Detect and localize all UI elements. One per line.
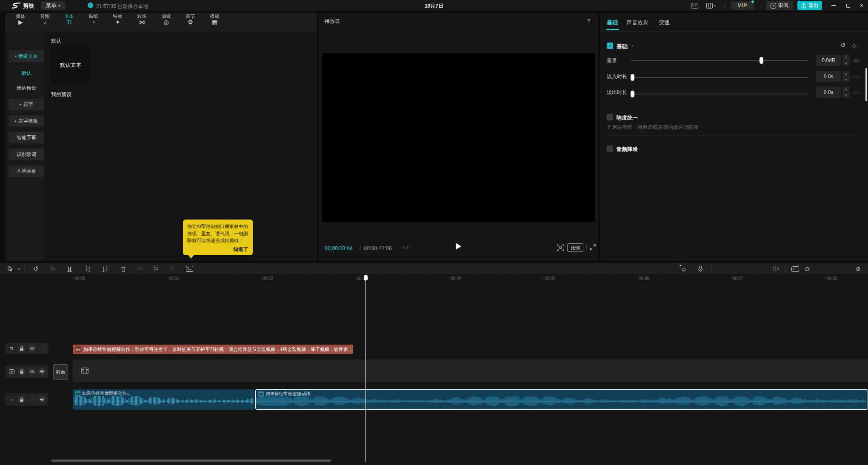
add-marker-button[interactable]: ⚐ — [151, 263, 161, 275]
lock-icon[interactable] — [17, 367, 26, 376]
sidebar-item-recognize-lyrics[interactable]: 识别歌词 — [9, 149, 44, 160]
sidebar-item-local-captions[interactable]: 本地字幕 — [9, 165, 44, 177]
lock-icon[interactable] — [17, 344, 26, 353]
select-tool-caret-icon[interactable]: ▾ — [16, 263, 22, 275]
delete-marker-button[interactable]: ⚐ — [167, 263, 177, 275]
default-text-card[interactable]: 默认文本 — [51, 47, 91, 83]
minimize-button[interactable] — [828, 2, 839, 9]
eye-icon[interactable] — [28, 367, 36, 376]
undo-button[interactable]: ↺ — [31, 263, 41, 275]
ribbon-tab-media[interactable]: ▶媒体 — [9, 13, 33, 31]
ribbon-tab-text[interactable]: TI文本 — [57, 13, 81, 31]
fade-out-keyframe-control[interactable]: ‹◇› — [852, 89, 861, 95]
tab-basic[interactable]: 基础 — [607, 19, 618, 26]
keyframe-diamond-icon: ◇ — [854, 89, 859, 95]
playhead-handle[interactable] — [364, 275, 368, 280]
fade-in-value[interactable]: 0.0s — [816, 71, 841, 82]
sidebar-item-default[interactable]: 默认 — [9, 70, 44, 77]
denoise-checkbox[interactable] — [607, 145, 613, 152]
ribbon-tab-transition[interactable]: ⋈转场 — [130, 13, 154, 31]
maximize-button[interactable] — [842, 2, 854, 9]
ruler-label: 00:08 — [827, 276, 837, 281]
smart-rough-cut-button[interactable] — [184, 263, 195, 275]
ai-tip-ok-button[interactable]: 知道了 — [187, 246, 248, 253]
preview-zoom-icon[interactable] — [557, 244, 564, 252]
player-menu-icon[interactable]: ≡ — [587, 17, 591, 23]
split-view-button[interactable] — [770, 263, 781, 275]
audio-clip-selected[interactable]: Aa 如果你经常做蹬腿动作... — [255, 389, 868, 410]
shortcut-keyboard-icon[interactable] — [691, 3, 698, 10]
fade-in-slider-handle[interactable] — [631, 74, 634, 81]
cover-button[interactable]: 封面 — [53, 364, 68, 380]
add-keyframe-button[interactable]: ◇✦ — [678, 263, 689, 275]
ribbon-tab-audio[interactable]: ♪音频 — [33, 13, 57, 31]
ai-marker-button[interactable]: ⚐ — [134, 263, 145, 275]
volume-slider-handle[interactable] — [760, 57, 763, 64]
timeline-history-button[interactable] — [790, 263, 801, 275]
export-icon — [801, 3, 806, 9]
ribbon-tab-effects[interactable]: ✦特效 — [106, 13, 130, 31]
sidebar-item-fancy-text[interactable]: ▸花字 — [9, 99, 44, 110]
panel-scrollbar[interactable] — [865, 68, 867, 101]
fade-in-stepper[interactable]: ▲▼ — [842, 71, 850, 82]
playhead-line[interactable] — [365, 275, 366, 462]
fade-in-slider[interactable] — [631, 77, 808, 78]
audio-track-icon: ♪ — [7, 395, 16, 404]
player-title: 播放器 — [325, 18, 340, 25]
text-clip[interactable]: Aa 如果你经常做蹬腿动作，那你可得注意了，这时候关节养护不可轻视，我会推荐益节… — [73, 345, 353, 354]
fade-out-slider-handle[interactable] — [631, 91, 634, 97]
audio-clip[interactable]: Aa 如果你经常做蹬腿动作... — [73, 389, 254, 410]
play-button[interactable] — [456, 243, 461, 250]
record-voiceover-button[interactable] — [695, 263, 705, 275]
fade-out-slider[interactable] — [631, 94, 808, 94]
ribbon-tab-template[interactable]: ▦模板 — [203, 13, 227, 31]
reset-icon[interactable]: ↺ — [840, 41, 846, 49]
speaker-icon[interactable] — [38, 395, 46, 404]
vip-button[interactable]: VIP — [731, 1, 754, 10]
layout-switch-button[interactable]: ▾ — [706, 3, 716, 9]
lock-icon[interactable] — [17, 395, 26, 404]
close-button[interactable]: ✕ — [856, 2, 867, 9]
aspect-ratio-button[interactable]: 比例 — [567, 243, 583, 252]
zoom-out-icon[interactable]: ⊖ — [802, 263, 812, 275]
tab-speed[interactable]: 变速 — [659, 19, 670, 26]
sidebar-item-smart-captions[interactable]: 智能字幕 — [9, 132, 44, 143]
fullscreen-icon[interactable] — [590, 244, 596, 251]
timeline-hscrollbar[interactable] — [51, 459, 331, 462]
quality-selector-icon[interactable]: ≣≣ — [402, 245, 409, 249]
loudness-checkbox[interactable] — [607, 114, 613, 120]
redo-button[interactable]: ↻ — [48, 263, 58, 275]
review-button[interactable]: 审阅 — [766, 1, 793, 10]
fade-out-label: 淡出时长 — [607, 89, 627, 96]
delete-button[interactable] — [118, 263, 128, 275]
volume-keyframe-control[interactable]: ‹◇› — [852, 57, 861, 63]
speaker-icon[interactable] — [38, 367, 46, 376]
split-keep-right-button[interactable]: ┊[ — [83, 263, 93, 275]
export-button[interactable]: 导出 — [797, 1, 822, 10]
ribbon-tab-adjust[interactable]: ⚙调节 — [178, 13, 203, 31]
volume-value[interactable]: 0.0dB — [816, 55, 841, 66]
ribbon-tab-sticker[interactable]: ◔贴纸 — [81, 13, 106, 31]
volume-stepper[interactable]: ▲▼ — [842, 55, 850, 66]
eye-icon[interactable] — [28, 344, 36, 353]
split-button[interactable]: ][ — [65, 263, 75, 275]
sidebar-item-new-text[interactable]: ▾新建文本 — [9, 50, 44, 62]
sidebar-item-my-presets[interactable]: 我的预设 — [9, 85, 44, 91]
split-keep-left-button[interactable]: ]┊ — [100, 263, 111, 275]
timeline-ruler[interactable]: 00:0000:0100:0200:0300:0400:0500:0600:07… — [0, 276, 868, 282]
divider — [586, 245, 587, 250]
menu-button[interactable]: 菜单▾ — [41, 1, 66, 10]
fade-out-value[interactable]: 0.0s — [816, 87, 841, 98]
basic-section-checkbox[interactable]: ✓ — [607, 43, 613, 49]
tab-sound-effects[interactable]: 声音效果 — [626, 19, 648, 26]
fade-out-stepper[interactable]: ▲▼ — [842, 87, 850, 98]
zoom-in-icon[interactable]: ⊕ — [854, 263, 863, 275]
collapse-caret-icon[interactable]: ▴ — [631, 44, 633, 47]
section-keyframe-control[interactable]: ‹◇› — [850, 43, 859, 48]
ribbon-tab-filter[interactable]: ◎滤镜 — [154, 13, 178, 31]
fade-in-keyframe-control[interactable]: ‹◇› — [852, 74, 861, 80]
select-tool-button[interactable] — [6, 263, 15, 275]
video-clip[interactable] — [73, 359, 868, 382]
volume-slider[interactable] — [631, 60, 808, 61]
sidebar-item-text-template[interactable]: ▸文字模板 — [9, 115, 44, 127]
